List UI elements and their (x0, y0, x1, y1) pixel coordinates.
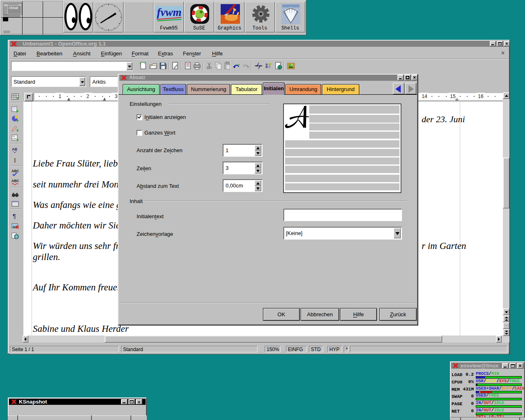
svg-text:ABC: ABC (11, 179, 19, 183)
svg-text:AB: AB (12, 147, 17, 151)
svg-text:ABC: ABC (11, 169, 19, 173)
svg-text:¶: ¶ (13, 212, 16, 219)
svg-text:I: I (14, 158, 16, 164)
